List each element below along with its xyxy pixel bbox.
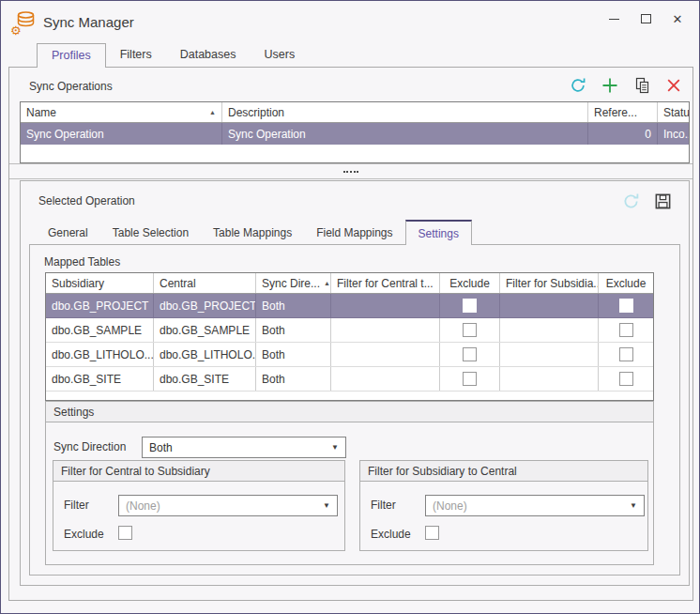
table-row[interactable]: dbo.GB_LITHOLO... dbo.GB_LITHOLO... Both bbox=[46, 343, 653, 367]
sync-operations-toolbar bbox=[569, 76, 683, 95]
delete-button[interactable] bbox=[664, 76, 683, 95]
selected-operation-label: Selected Operation bbox=[38, 194, 135, 207]
cell-sync-direction: Both bbox=[256, 343, 331, 366]
tab-settings[interactable]: Settings bbox=[405, 220, 472, 245]
refresh-icon bbox=[569, 76, 587, 95]
cell-subsidiary: dbo.GB_PROJECT bbox=[46, 294, 154, 317]
tab-profiles[interactable]: Profiles bbox=[37, 43, 106, 68]
sync-operations-header-row: Name ▲ Description Refere... Status bbox=[21, 102, 689, 123]
sync-operation-row[interactable]: Sync Operation Sync Operation 0 Inco... bbox=[21, 123, 689, 145]
save-button[interactable] bbox=[652, 191, 673, 211]
splitter-handle[interactable] bbox=[9, 163, 692, 179]
column-header-subsidiary[interactable]: Subsidiary bbox=[46, 273, 154, 293]
maximize-icon bbox=[641, 14, 651, 23]
cell-references: 0 bbox=[588, 123, 658, 145]
sort-ascending-icon: ▲ bbox=[320, 280, 330, 286]
cell-central: dbo.GB_LITHOLO... bbox=[154, 343, 256, 366]
column-header-filter-subsidiary[interactable]: Filter for Subsidia... bbox=[500, 273, 599, 293]
tab-field-mappings[interactable]: Field Mappings bbox=[304, 220, 404, 245]
cell-filter-subsidiary bbox=[500, 294, 599, 317]
close-button[interactable]: ✕ bbox=[662, 6, 693, 32]
column-header-status[interactable]: Status bbox=[658, 102, 689, 122]
exclude-checkbox[interactable] bbox=[619, 323, 633, 337]
sort-ascending-icon: ▲ bbox=[205, 109, 216, 115]
cell-subsidiary: dbo.GB_LITHOLO... bbox=[46, 343, 154, 366]
gear-icon: ⚙ bbox=[10, 24, 22, 37]
exclude-checkbox[interactable] bbox=[463, 299, 477, 313]
cell-sync-direction: Both bbox=[256, 367, 331, 391]
save-icon bbox=[653, 192, 673, 211]
sync-operations-label: Sync Operations bbox=[29, 80, 113, 93]
exclude-checkbox[interactable] bbox=[425, 526, 439, 540]
settings-tab-page: Mapped Tables Subsidiary Central Sync Di… bbox=[29, 244, 680, 576]
add-button[interactable] bbox=[601, 76, 619, 95]
cell-sync-direction: Both bbox=[256, 294, 331, 317]
filter-dropdown[interactable]: (None) ▼ bbox=[118, 495, 338, 516]
exclude-checkbox[interactable] bbox=[463, 323, 477, 337]
filter-dropdown[interactable]: (None) ▼ bbox=[425, 495, 645, 516]
mapped-tables-header-row: Subsidiary Central Sync Dire... ▲ Filter… bbox=[46, 273, 653, 294]
tab-databases[interactable]: Databases bbox=[166, 43, 251, 68]
cell-exclude-subsidiary bbox=[599, 318, 653, 342]
exclude-checkbox[interactable] bbox=[619, 299, 633, 313]
exclude-checkbox[interactable] bbox=[463, 347, 477, 361]
cell-subsidiary: dbo.GB_SITE bbox=[46, 367, 154, 391]
operation-tabstrip: General Table Selection Table Mappings F… bbox=[30, 220, 472, 245]
column-header-sync-direction[interactable]: Sync Dire... ▲ bbox=[256, 273, 331, 293]
cell-exclude-subsidiary bbox=[599, 367, 653, 391]
refresh-operation-button[interactable] bbox=[620, 191, 641, 211]
chevron-down-icon: ▼ bbox=[630, 501, 637, 510]
cell-exclude-subsidiary bbox=[599, 294, 653, 317]
filter-label: Filter bbox=[371, 499, 396, 512]
filter-subsidiary-to-central-header: Filter for Subsidiary to Central bbox=[360, 461, 647, 482]
close-icon: ✕ bbox=[673, 12, 683, 26]
copy-button[interactable] bbox=[632, 76, 651, 95]
exclude-checkbox[interactable] bbox=[619, 347, 633, 361]
cell-exclude-central bbox=[440, 343, 500, 366]
column-header-name[interactable]: Name ▲ bbox=[21, 102, 222, 122]
sync-direction-dropdown[interactable]: Both ▼ bbox=[142, 437, 346, 458]
refresh-button[interactable] bbox=[569, 76, 587, 95]
minimize-icon bbox=[609, 19, 619, 20]
table-row[interactable]: dbo.GB_SAMPLE dbo.GB_SAMPLE Both bbox=[46, 318, 653, 343]
mapped-tables-table: Subsidiary Central Sync Dire... ▲ Filter… bbox=[45, 272, 654, 401]
cell-filter-central bbox=[331, 318, 440, 342]
cell-exclude-central bbox=[440, 367, 500, 391]
cell-filter-central bbox=[331, 367, 440, 391]
column-header-description[interactable]: Description bbox=[222, 102, 588, 122]
tab-table-mappings[interactable]: Table Mappings bbox=[201, 220, 304, 245]
copy-icon bbox=[632, 76, 651, 95]
profiles-tab-page: Sync Operations bbox=[8, 67, 693, 601]
cell-filter-subsidiary bbox=[500, 343, 599, 366]
column-header-references[interactable]: Refere... bbox=[588, 102, 658, 122]
filter-label: Filter bbox=[64, 499, 89, 512]
maximize-button[interactable] bbox=[630, 6, 662, 32]
chevron-down-icon: ▼ bbox=[331, 443, 339, 452]
selected-operation-group: Selected Operation General bbox=[20, 180, 690, 586]
tab-filters[interactable]: Filters bbox=[106, 43, 166, 68]
splitter-grip-icon bbox=[343, 171, 358, 173]
table-row[interactable]: dbo.GB_SITE dbo.GB_SITE Both bbox=[46, 367, 653, 391]
table-row[interactable]: dbo.GB_PROJECT dbo.GB_PROJECT Both bbox=[46, 294, 653, 318]
tab-users[interactable]: Users bbox=[250, 43, 309, 68]
tab-table-selection[interactable]: Table Selection bbox=[100, 220, 201, 245]
minimize-button[interactable] bbox=[598, 6, 630, 32]
main-tabstrip: Profiles Filters Databases Users bbox=[9, 43, 309, 68]
column-header-central[interactable]: Central bbox=[154, 273, 256, 293]
cell-filter-central bbox=[331, 343, 440, 366]
cell-exclude-central bbox=[440, 318, 500, 342]
column-header-filter-central[interactable]: Filter for Central t... bbox=[331, 273, 440, 293]
column-header-exclude-subsidiary[interactable]: Exclude bbox=[599, 273, 653, 293]
settings-group-header: Settings bbox=[46, 402, 653, 422]
exclude-checkbox[interactable] bbox=[619, 372, 633, 386]
titlebar: ⚙ Sync Manager ✕ bbox=[1, 1, 699, 42]
cell-description: Sync Operation bbox=[222, 123, 588, 145]
chevron-down-icon: ▼ bbox=[323, 501, 330, 510]
cell-status: Inco... bbox=[658, 123, 689, 145]
tab-general[interactable]: General bbox=[36, 220, 100, 245]
filter-subsidiary-to-central-group: Filter for Subsidiary to Central Filter … bbox=[359, 460, 648, 551]
exclude-checkbox[interactable] bbox=[463, 372, 477, 386]
exclude-checkbox[interactable] bbox=[118, 526, 132, 540]
column-header-exclude-central[interactable]: Exclude bbox=[440, 273, 500, 293]
window-title: Sync Manager bbox=[43, 14, 134, 30]
